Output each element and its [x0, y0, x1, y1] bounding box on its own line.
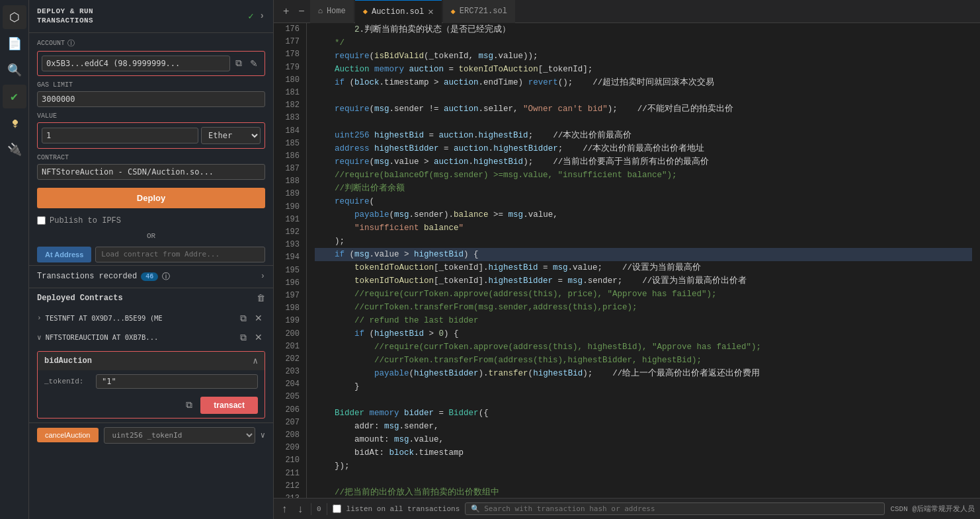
listen-checkbox[interactable] [333, 504, 341, 513]
transact-button[interactable]: transact [200, 397, 258, 414]
bid-field-row: _tokenId: [38, 370, 265, 393]
auction-tab-icon: ◆ [363, 7, 368, 17]
code-line: uint256 highestBid = auction.highestBid;… [315, 129, 972, 142]
load-contract-input[interactable] [95, 247, 265, 262]
bid-auction-chevron-icon[interactable]: ∧ [253, 356, 258, 366]
account-info-icon: ⓘ [67, 38, 75, 48]
bid-auction-header: bidAuction ∧ [38, 352, 265, 370]
contract-label: CONTRACT [37, 154, 69, 161]
code-line: //currToken.transferFrom(address(this),h… [315, 354, 972, 367]
account-select[interactable]: 0x5B3...eddC4 (98.9999999... [42, 56, 230, 71]
code-line: if (msg.value > highestBid) { [315, 248, 972, 261]
bottom-bar: ↑ ↓ 0 listen on all transactions 🔍 CSDN … [274, 498, 980, 519]
deploy-button[interactable]: Deploy [37, 188, 265, 208]
at-address-button[interactable]: At Address [37, 247, 91, 262]
contract-select[interactable]: NFTStoreAuction - CSDN/Auction.so... [37, 164, 265, 180]
account-copy-button[interactable]: ⧉ [233, 56, 245, 70]
cancel-auction-button[interactable]: cancelAuction [37, 428, 99, 442]
contract-1-arrow[interactable]: › [37, 314, 42, 322]
tab-auction-close-icon[interactable]: ✕ [428, 6, 433, 17]
code-line: require( [315, 195, 972, 208]
contract-1-copy-button[interactable]: ⧉ [237, 311, 249, 325]
code-line: bidAt: block.timestamp [315, 446, 972, 459]
gas-limit-input[interactable] [37, 91, 265, 107]
contract-2-close-button[interactable]: ✕ [252, 331, 265, 344]
scroll-up-button[interactable]: ↑ [279, 502, 290, 516]
code-line: //判断出价者余额 [315, 182, 972, 195]
contract-2-copy-button[interactable]: ⧉ [237, 331, 249, 344]
deployed-contracts-header: Deployed Contracts 🗑 [29, 288, 273, 309]
contract-item-2: ∨ NFTSTOREAUCTION AT 0XB7B... ⧉ ✕ [29, 328, 273, 347]
account-edit-button[interactable]: ✎ [247, 57, 261, 70]
code-line: require(isBidValid(_tokenId, msg.value))… [315, 50, 972, 63]
home-icon: ⌂ [318, 7, 323, 16]
erc721-tab-icon: ◆ [451, 7, 456, 17]
code-line: payable(highestBidder).transfer(highestB… [315, 367, 972, 380]
editor-tabs: + − ⌂ Home ◆ Auction.sol ✕ ◆ ERC721.sol [274, 0, 980, 23]
scroll-down-button[interactable]: ↓ [295, 502, 306, 516]
account-label: ACCOUNT [37, 40, 65, 47]
code-line: } [315, 380, 972, 393]
bottom-divider-2 [327, 503, 327, 515]
publish-ipfs-checkbox[interactable] [37, 216, 46, 225]
listen-label: listen on all transactions [347, 505, 460, 513]
gas-limit-label: GAS LIMIT [37, 81, 73, 89]
bid-field-label: _tokenId: [44, 378, 91, 385]
code-line: //require(balanceOf(msg.sender) >=msg.va… [315, 169, 972, 182]
tab-auction[interactable]: ◆ Auction.sol ✕ [355, 0, 442, 23]
transactions-badge: 46 [141, 272, 158, 281]
code-content[interactable]: 2.判断当前拍卖的状态（是否已经完成） */ require(isBidVali… [307, 23, 980, 498]
value-unit-select[interactable]: Ether Wei Gwei Finney [201, 127, 261, 144]
sidebar-icon-search[interactable]: 🔍 [3, 58, 26, 82]
sidebar-icon-plugin[interactable]: 🔌 [3, 138, 26, 161]
code-line: require(msg.value > auction.highestBid);… [315, 155, 972, 169]
code-line: // refund the last bidder [315, 314, 972, 327]
cancel-param-select[interactable]: uint256 _tokenId [104, 427, 255, 444]
code-line: //把当前的出价放入当前拍卖的出价数组中 [315, 486, 972, 498]
value-input[interactable] [42, 128, 198, 143]
transactions-info-icon: ⓘ [162, 271, 170, 282]
account-box: 0x5B3...eddC4 (98.9999999... ⧉ ✎ [37, 51, 265, 76]
code-line: payable(msg.sender).balance >= msg.value… [315, 208, 972, 221]
check-icon[interactable]: ✓ [248, 11, 254, 22]
sidebar-icon-logo[interactable]: ⬡ [3, 5, 26, 29]
bid-auction-title: bidAuction [44, 356, 92, 366]
code-line: "insufficient balance" [315, 221, 972, 235]
transactions-chevron-icon: › [261, 272, 265, 281]
code-line [315, 89, 972, 102]
publish-ipfs-row: Publish to IPFS [29, 214, 273, 228]
search-icon: 🔍 [471, 504, 480, 513]
tab-auction-label: Auction.sol [372, 7, 424, 17]
arrow-right-icon[interactable]: › [259, 11, 265, 22]
tab-erc721[interactable]: ◆ ERC721.sol [443, 0, 515, 23]
bottom-divider [311, 503, 311, 515]
zoom-out-button[interactable]: − [294, 3, 308, 20]
code-line: tokenIdToAuction[_tokenId].highestBidder… [315, 274, 972, 288]
sidebar-icon-deploy[interactable]: ⧭ [3, 111, 26, 135]
bid-token-id-input[interactable] [96, 374, 258, 389]
code-line: //currToken.transferFrom(msg.sender,addr… [315, 301, 972, 314]
panel-header: DEPLOY & RUNTRANSACTIONS ✓ › [29, 0, 273, 33]
transactions-row[interactable]: Transactions recorded 46 ⓘ › [29, 265, 273, 288]
sidebar-icon-git[interactable]: ✔ [3, 85, 26, 108]
transaction-count: 0 [317, 505, 321, 513]
cancel-auction-row: cancelAuction uint256 _tokenId ∨ [29, 422, 273, 448]
tab-home[interactable]: ⌂ Home [310, 0, 354, 23]
contract-2-arrow[interactable]: ∨ [37, 333, 42, 342]
code-line: //require(currToken.approve(address(this… [315, 340, 972, 354]
zoom-in-button[interactable]: + [279, 3, 293, 20]
editor-area: + − ⌂ Home ◆ Auction.sol ✕ ◆ ERC721.sol … [274, 0, 980, 519]
contract-2-name: NFTSTOREAUCTION AT 0XB7B... [46, 333, 233, 341]
code-line [315, 116, 972, 129]
sidebar-icon-file[interactable]: 📄 [3, 32, 26, 56]
code-container: 1761771781791801811821831841851861871881… [274, 23, 980, 498]
trash-icon[interactable]: 🗑 [257, 294, 265, 303]
contract-1-close-button[interactable]: ✕ [252, 311, 265, 325]
bid-auction-box: bidAuction ∧ _tokenId: ⧉ transact [37, 351, 265, 419]
search-bar: 🔍 [465, 502, 885, 515]
tab-erc721-label: ERC721.sol [460, 7, 507, 16]
search-input[interactable] [484, 504, 879, 513]
bid-copy-button[interactable]: ⧉ [183, 398, 195, 412]
deployed-contracts-label: Deployed Contracts [37, 294, 123, 303]
code-line: */ [315, 36, 972, 50]
